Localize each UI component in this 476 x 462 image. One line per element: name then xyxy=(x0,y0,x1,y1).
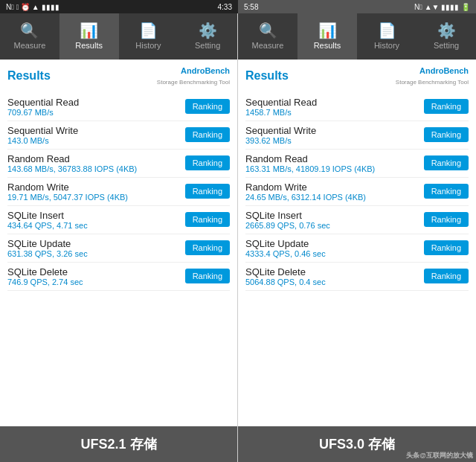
bench-row-left-0: Sequential Read 709.67 MB/s Ranking xyxy=(7,93,230,121)
nav-results-right[interactable]: 📊 Results xyxy=(298,13,357,60)
ranking-btn-left-4[interactable]: Ranking xyxy=(185,212,230,227)
nav-results-label-right: Results xyxy=(314,41,341,50)
bench-name-left-3: Random Write xyxy=(7,182,185,193)
setting-icon-right: ⚙️ xyxy=(437,23,456,38)
nav-measure-label-right: Measure xyxy=(252,41,284,50)
nav-setting-left[interactable]: ⚙️ Setting xyxy=(178,13,237,60)
status-icons-right: N⃝ ▲▼ ▮▮▮▮ 🔋 xyxy=(414,3,470,11)
bench-info-left-2: Random Read 143.68 MB/s, 36783.88 IOPS (… xyxy=(7,153,185,173)
bench-row-right-1: Sequential Write 393.62 MB/s Ranking xyxy=(245,121,469,150)
nav-measure-right[interactable]: 🔍 Measure xyxy=(238,13,298,60)
nav-history-right[interactable]: 📄 History xyxy=(357,13,416,60)
nav-history-label-right: History xyxy=(374,41,399,50)
bench-info-left-5: SQLite Update 631.38 QPS, 3.26 sec xyxy=(7,238,185,258)
bench-row-right-6: SQLite Delete 5064.88 QPS, 0.4 sec Ranki… xyxy=(245,263,469,291)
bench-value-left-4: 434.64 QPS, 4.71 sec xyxy=(7,221,185,230)
bench-value-right-6: 5064.88 QPS, 0.4 sec xyxy=(245,277,424,286)
bench-name-left-5: SQLite Update xyxy=(7,238,185,249)
bench-row-right-2: Random Read 163.31 MB/s, 41809.19 IOPS (… xyxy=(245,150,469,178)
bench-value-right-0: 1458.7 MB/s xyxy=(245,108,424,117)
bench-row-left-2: Random Read 143.68 MB/s, 36783.88 IOPS (… xyxy=(7,150,230,178)
bottom-label-right: UFS3.0 存储 头条@互联网的放大镜 xyxy=(238,426,476,462)
results-header-right: Results AndroBench Storage Benchmarking … xyxy=(245,65,469,87)
results-area-right: Results AndroBench Storage Benchmarking … xyxy=(238,60,476,426)
bench-name-left-6: SQLite Delete xyxy=(7,266,185,277)
bench-name-left-0: Sequential Read xyxy=(7,97,185,108)
ranking-btn-left-6[interactable]: Ranking xyxy=(185,269,230,283)
bench-info-right-2: Random Read 163.31 MB/s, 41809.19 IOPS (… xyxy=(245,153,424,173)
status-time-left: 4:33 xyxy=(218,3,232,11)
bench-value-left-2: 143.68 MB/s, 36783.88 IOPS (4KB) xyxy=(7,164,185,173)
bench-info-right-3: Random Write 24.65 MB/s, 6312.14 IOPS (4… xyxy=(245,182,424,202)
bench-info-right-1: Sequential Write 393.62 MB/s xyxy=(245,125,424,145)
bench-row-right-0: Sequential Read 1458.7 MB/s Ranking xyxy=(245,93,469,121)
bench-name-left-2: Random Read xyxy=(7,153,185,164)
ranking-btn-right-5[interactable]: Ranking xyxy=(424,240,469,255)
nav-setting-label-right: Setting xyxy=(434,41,459,50)
bench-rows-right: Sequential Read 1458.7 MB/s Ranking Sequ… xyxy=(245,93,469,291)
bench-info-right-4: SQLite Insert 2665.89 QPS, 0.76 sec xyxy=(245,210,424,230)
nav-history-left[interactable]: 📄 History xyxy=(119,13,178,60)
history-icon-left: 📄 xyxy=(139,23,158,38)
ranking-btn-right-3[interactable]: Ranking xyxy=(424,184,469,199)
ranking-btn-left-2[interactable]: Ranking xyxy=(185,155,230,170)
history-icon-right: 📄 xyxy=(378,23,396,38)
bench-info-left-0: Sequential Read 709.67 MB/s xyxy=(7,97,185,117)
bench-value-right-2: 163.31 MB/s, 41809.19 IOPS (4KB) xyxy=(245,164,424,173)
watermark: 头条@互联网的放大镜 xyxy=(406,451,473,461)
bench-value-left-5: 631.38 QPS, 3.26 sec xyxy=(7,249,185,258)
panel-left: 🔍 Measure 📊 Results 📄 History ⚙️ Setting… xyxy=(0,13,238,462)
nav-measure-left[interactable]: 🔍 Measure xyxy=(0,13,60,60)
bench-info-left-3: Random Write 19.71 MB/s, 5047.37 IOPS (4… xyxy=(7,182,185,202)
nav-setting-label-left: Setting xyxy=(195,41,220,50)
ranking-btn-left-3[interactable]: Ranking xyxy=(185,184,230,199)
bench-rows-left: Sequential Read 709.67 MB/s Ranking Sequ… xyxy=(7,93,230,291)
bench-name-right-5: SQLite Update xyxy=(245,238,424,249)
bottom-label-left: UFS2.1 存储 xyxy=(0,426,237,462)
bench-value-right-4: 2665.89 QPS, 0.76 sec xyxy=(245,221,424,230)
bench-value-left-0: 709.67 MB/s xyxy=(7,108,185,117)
nav-bar-right: 🔍 Measure 📊 Results 📄 History ⚙️ Setting xyxy=(238,13,476,60)
nav-bar-left: 🔍 Measure 📊 Results 📄 History ⚙️ Setting xyxy=(0,13,237,60)
bench-info-left-6: SQLite Delete 746.9 QPS, 2.74 sec xyxy=(7,266,185,286)
bench-row-left-6: SQLite Delete 746.9 QPS, 2.74 sec Rankin… xyxy=(7,263,230,291)
ranking-btn-left-1[interactable]: Ranking xyxy=(185,127,230,142)
bench-row-left-4: SQLite Insert 434.64 QPS, 4.71 sec Ranki… xyxy=(7,206,230,234)
bench-value-left-1: 143.0 MB/s xyxy=(7,136,185,145)
bench-name-right-3: Random Write xyxy=(245,182,424,193)
status-bar-left: N⃝ ⓝ ⏰ ▲ ▮▮▮▮ 4:33 xyxy=(0,0,238,13)
status-bar-right: 5:58 N⃝ ▲▼ ▮▮▮▮ 🔋 xyxy=(238,0,476,13)
androbench-logo-left: AndroBench Storage Benchmarking Tool xyxy=(157,65,230,87)
ranking-btn-left-0[interactable]: Ranking xyxy=(185,99,230,114)
status-icons-left: N⃝ ⓝ ⏰ ▲ ▮▮▮▮ xyxy=(6,3,60,11)
nav-results-left[interactable]: 📊 Results xyxy=(60,13,119,60)
panel-right: 🔍 Measure 📊 Results 📄 History ⚙️ Setting… xyxy=(238,13,476,462)
ranking-btn-right-2[interactable]: Ranking xyxy=(424,155,469,170)
ranking-btn-left-5[interactable]: Ranking xyxy=(185,240,230,255)
bench-info-right-6: SQLite Delete 5064.88 QPS, 0.4 sec xyxy=(245,266,424,286)
bench-value-right-3: 24.65 MB/s, 6312.14 IOPS (4KB) xyxy=(245,193,424,202)
bench-name-right-6: SQLite Delete xyxy=(245,266,424,277)
bench-value-left-3: 19.71 MB/s, 5047.37 IOPS (4KB) xyxy=(7,193,185,202)
bench-name-left-1: Sequential Write xyxy=(7,125,185,136)
bench-name-right-4: SQLite Insert xyxy=(245,210,424,221)
nav-measure-label-left: Measure xyxy=(13,41,45,50)
bench-row-left-5: SQLite Update 631.38 QPS, 3.26 sec Ranki… xyxy=(7,234,230,263)
results-icon-left: 📊 xyxy=(80,23,98,38)
nav-setting-right[interactable]: ⚙️ Setting xyxy=(416,13,476,60)
results-icon-right: 📊 xyxy=(318,23,337,38)
bench-name-right-1: Sequential Write xyxy=(245,125,424,136)
nav-results-label-left: Results xyxy=(75,41,103,50)
results-title-right: Results xyxy=(245,69,289,83)
setting-icon-left: ⚙️ xyxy=(199,23,217,38)
ranking-btn-right-6[interactable]: Ranking xyxy=(424,269,469,283)
androbench-logo-right: AndroBench Storage Benchmarking Tool xyxy=(396,65,469,87)
bench-row-left-3: Random Write 19.71 MB/s, 5047.37 IOPS (4… xyxy=(7,178,230,206)
bench-name-left-4: SQLite Insert xyxy=(7,210,185,221)
ranking-btn-right-4[interactable]: Ranking xyxy=(424,212,469,227)
ranking-btn-right-0[interactable]: Ranking xyxy=(424,99,469,114)
bench-row-right-5: SQLite Update 4333.4 QPS, 0.46 sec Ranki… xyxy=(245,234,469,263)
bench-row-right-3: Random Write 24.65 MB/s, 6312.14 IOPS (4… xyxy=(245,178,469,206)
bench-value-right-5: 4333.4 QPS, 0.46 sec xyxy=(245,249,424,258)
ranking-btn-right-1[interactable]: Ranking xyxy=(424,127,469,142)
